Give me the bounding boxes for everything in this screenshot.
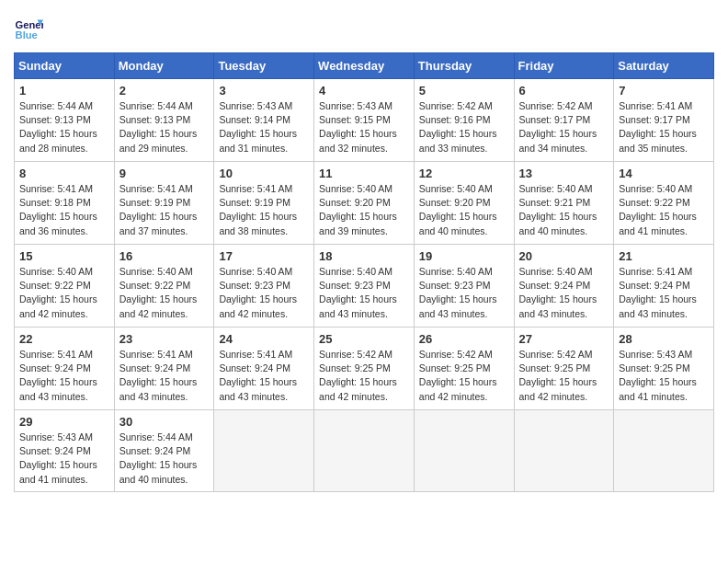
- day-info: Sunrise: 5:43 AMSunset: 9:24 PMDaylight:…: [19, 431, 109, 487]
- day-info: Sunrise: 5:41 AMSunset: 9:24 PMDaylight:…: [619, 265, 709, 321]
- day-info: Sunrise: 5:40 AMSunset: 9:21 PMDaylight:…: [519, 182, 609, 238]
- calendar-cell: [214, 410, 314, 492]
- calendar-cell: 22 Sunrise: 5:41 AMSunset: 9:24 PMDaylig…: [15, 327, 115, 410]
- day-info: Sunrise: 5:41 AMSunset: 9:24 PMDaylight:…: [119, 348, 210, 404]
- day-info: Sunrise: 5:43 AMSunset: 9:14 PMDaylight:…: [219, 99, 309, 155]
- calendar-cell: 13 Sunrise: 5:40 AMSunset: 9:21 PMDaylig…: [514, 162, 614, 245]
- day-header-friday: Friday: [514, 53, 614, 79]
- calendar-cell: 25 Sunrise: 5:42 AMSunset: 9:25 PMDaylig…: [314, 327, 415, 410]
- day-info: Sunrise: 5:42 AMSunset: 9:25 PMDaylight:…: [319, 348, 409, 404]
- day-info: Sunrise: 5:41 AMSunset: 9:19 PMDaylight:…: [119, 182, 210, 238]
- day-header-wednesday: Wednesday: [314, 53, 415, 79]
- day-number: 14: [619, 167, 709, 180]
- calendar-cell: 3 Sunrise: 5:43 AMSunset: 9:14 PMDayligh…: [214, 79, 314, 162]
- day-info: Sunrise: 5:40 AMSunset: 9:22 PMDaylight:…: [119, 265, 210, 321]
- calendar-cell: 23 Sunrise: 5:41 AMSunset: 9:24 PMDaylig…: [114, 327, 214, 410]
- day-number: 20: [519, 249, 609, 263]
- calendar-cell: 1 Sunrise: 5:44 AMSunset: 9:13 PMDayligh…: [15, 79, 115, 162]
- day-number: 29: [19, 415, 109, 429]
- day-info: Sunrise: 5:41 AMSunset: 9:24 PMDaylight:…: [219, 348, 309, 404]
- day-info: Sunrise: 5:40 AMSunset: 9:23 PMDaylight:…: [219, 265, 309, 321]
- day-number: 24: [219, 332, 309, 346]
- day-number: 30: [119, 415, 210, 429]
- calendar-cell: [614, 410, 714, 492]
- calendar-cell: 12 Sunrise: 5:40 AMSunset: 9:20 PMDaylig…: [414, 162, 514, 245]
- calendar-header-row: SundayMondayTuesdayWednesdayThursdayFrid…: [15, 53, 714, 79]
- calendar-cell: 14 Sunrise: 5:40 AMSunset: 9:22 PMDaylig…: [614, 162, 714, 245]
- day-info: Sunrise: 5:40 AMSunset: 9:22 PMDaylight:…: [19, 265, 109, 321]
- calendar-cell: 5 Sunrise: 5:42 AMSunset: 9:16 PMDayligh…: [414, 79, 514, 162]
- calendar-cell: 7 Sunrise: 5:41 AMSunset: 9:17 PMDayligh…: [614, 79, 714, 162]
- calendar-week-5: 29 Sunrise: 5:43 AMSunset: 9:24 PMDaylig…: [15, 410, 714, 492]
- calendar-cell: 11 Sunrise: 5:40 AMSunset: 9:20 PMDaylig…: [314, 162, 415, 245]
- calendar-cell: 6 Sunrise: 5:42 AMSunset: 9:17 PMDayligh…: [514, 79, 614, 162]
- calendar-cell: 8 Sunrise: 5:41 AMSunset: 9:18 PMDayligh…: [15, 162, 115, 245]
- day-info: Sunrise: 5:40 AMSunset: 9:23 PMDaylight:…: [319, 265, 409, 321]
- day-number: 13: [519, 167, 609, 180]
- day-number: 28: [619, 332, 709, 346]
- day-number: 21: [619, 249, 709, 263]
- day-info: Sunrise: 5:40 AMSunset: 9:23 PMDaylight:…: [419, 265, 509, 321]
- day-info: Sunrise: 5:40 AMSunset: 9:24 PMDaylight:…: [519, 265, 609, 321]
- calendar-cell: 2 Sunrise: 5:44 AMSunset: 9:13 PMDayligh…: [114, 79, 214, 162]
- calendar-cell: [414, 410, 514, 492]
- day-number: 16: [119, 249, 210, 263]
- calendar-cell: 28 Sunrise: 5:43 AMSunset: 9:25 PMDaylig…: [614, 327, 714, 410]
- day-number: 7: [619, 84, 709, 98]
- day-number: 5: [419, 84, 509, 98]
- calendar-cell: 4 Sunrise: 5:43 AMSunset: 9:15 PMDayligh…: [314, 79, 415, 162]
- day-header-monday: Monday: [114, 53, 214, 79]
- calendar-cell: [514, 410, 614, 492]
- calendar-cell: 30 Sunrise: 5:44 AMSunset: 9:24 PMDaylig…: [114, 410, 214, 492]
- day-number: 9: [119, 167, 210, 180]
- calendar-cell: 29 Sunrise: 5:43 AMSunset: 9:24 PMDaylig…: [15, 410, 115, 492]
- day-info: Sunrise: 5:43 AMSunset: 9:25 PMDaylight:…: [619, 348, 709, 404]
- day-info: Sunrise: 5:40 AMSunset: 9:20 PMDaylight:…: [319, 182, 409, 238]
- day-header-saturday: Saturday: [614, 53, 714, 79]
- calendar-week-4: 22 Sunrise: 5:41 AMSunset: 9:24 PMDaylig…: [15, 327, 714, 410]
- page-header: General Blue: [14, 14, 714, 43]
- day-info: Sunrise: 5:43 AMSunset: 9:15 PMDaylight:…: [319, 99, 409, 155]
- day-number: 15: [19, 249, 109, 263]
- calendar-cell: 18 Sunrise: 5:40 AMSunset: 9:23 PMDaylig…: [314, 245, 415, 327]
- day-info: Sunrise: 5:44 AMSunset: 9:13 PMDaylight:…: [119, 99, 210, 155]
- calendar-cell: 15 Sunrise: 5:40 AMSunset: 9:22 PMDaylig…: [15, 245, 115, 327]
- day-number: 1: [19, 84, 109, 98]
- day-number: 27: [519, 332, 609, 346]
- calendar-cell: 19 Sunrise: 5:40 AMSunset: 9:23 PMDaylig…: [414, 245, 514, 327]
- calendar-table: SundayMondayTuesdayWednesdayThursdayFrid…: [14, 52, 714, 492]
- day-info: Sunrise: 5:41 AMSunset: 9:17 PMDaylight:…: [619, 99, 709, 155]
- day-number: 18: [319, 249, 409, 263]
- logo-icon: General Blue: [14, 14, 43, 43]
- day-number: 23: [119, 332, 210, 346]
- day-number: 12: [419, 167, 509, 180]
- calendar-week-3: 15 Sunrise: 5:40 AMSunset: 9:22 PMDaylig…: [15, 245, 714, 327]
- day-info: Sunrise: 5:44 AMSunset: 9:13 PMDaylight:…: [19, 99, 109, 155]
- calendar-cell: 16 Sunrise: 5:40 AMSunset: 9:22 PMDaylig…: [114, 245, 214, 327]
- day-number: 10: [219, 167, 309, 180]
- day-number: 2: [119, 84, 210, 98]
- day-number: 4: [319, 84, 409, 98]
- day-header-tuesday: Tuesday: [214, 53, 314, 79]
- calendar-cell: 17 Sunrise: 5:40 AMSunset: 9:23 PMDaylig…: [214, 245, 314, 327]
- calendar-cell: 24 Sunrise: 5:41 AMSunset: 9:24 PMDaylig…: [214, 327, 314, 410]
- calendar-cell: 20 Sunrise: 5:40 AMSunset: 9:24 PMDaylig…: [514, 245, 614, 327]
- day-header-sunday: Sunday: [15, 53, 115, 79]
- day-number: 22: [19, 332, 109, 346]
- day-info: Sunrise: 5:42 AMSunset: 9:17 PMDaylight:…: [519, 99, 609, 155]
- day-info: Sunrise: 5:42 AMSunset: 9:16 PMDaylight:…: [419, 99, 509, 155]
- day-number: 17: [219, 249, 309, 263]
- day-number: 8: [19, 167, 109, 180]
- day-number: 26: [419, 332, 509, 346]
- calendar-cell: 27 Sunrise: 5:42 AMSunset: 9:25 PMDaylig…: [514, 327, 614, 410]
- day-info: Sunrise: 5:40 AMSunset: 9:20 PMDaylight:…: [419, 182, 509, 238]
- logo: General Blue: [14, 14, 43, 43]
- day-info: Sunrise: 5:40 AMSunset: 9:22 PMDaylight:…: [619, 182, 709, 238]
- day-header-thursday: Thursday: [414, 53, 514, 79]
- calendar-cell: 10 Sunrise: 5:41 AMSunset: 9:19 PMDaylig…: [214, 162, 314, 245]
- svg-text:Blue: Blue: [16, 29, 38, 40]
- day-info: Sunrise: 5:44 AMSunset: 9:24 PMDaylight:…: [119, 431, 210, 487]
- day-info: Sunrise: 5:42 AMSunset: 9:25 PMDaylight:…: [419, 348, 509, 404]
- day-info: Sunrise: 5:42 AMSunset: 9:25 PMDaylight:…: [519, 348, 609, 404]
- day-info: Sunrise: 5:41 AMSunset: 9:24 PMDaylight:…: [19, 348, 109, 404]
